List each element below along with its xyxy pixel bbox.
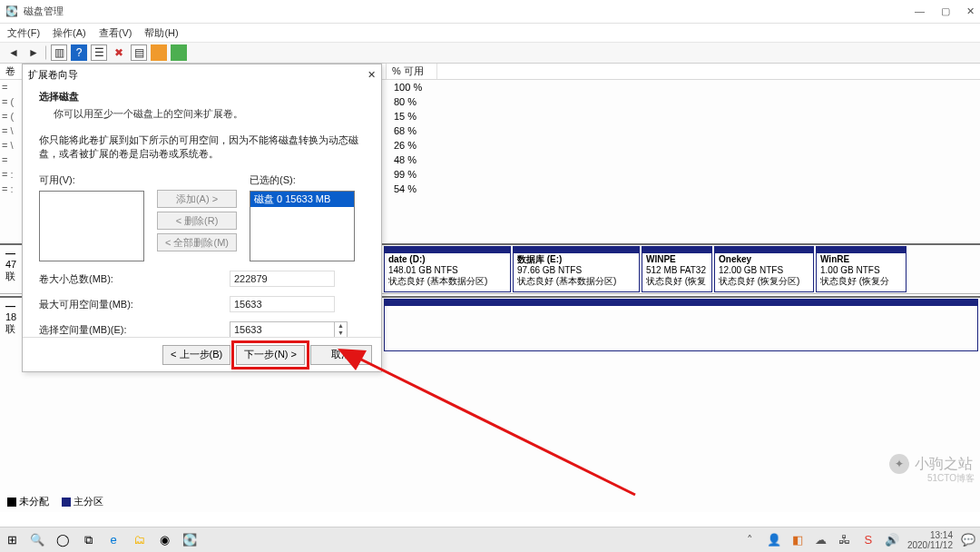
remove-all-button[interactable]: < 全部删除(M)	[157, 233, 237, 251]
pct-1: 80 %	[390, 96, 416, 107]
window-title: 磁盘管理	[24, 5, 915, 18]
dialog-title: 扩展卷向导	[28, 68, 368, 82]
dialog-close-button[interactable]: ✕	[368, 69, 376, 81]
toolbar-btn-2[interactable]: ☰	[91, 44, 107, 61]
cortana-icon[interactable]: ◯	[54, 532, 71, 548]
toolbar-btn-5[interactable]	[171, 44, 187, 61]
tray-network-icon[interactable]: 🖧	[837, 532, 853, 548]
separator	[45, 45, 47, 60]
watermark-1: 51CTO博客	[927, 472, 975, 485]
remove-button[interactable]: < 删除(R)	[157, 212, 237, 230]
partition[interactable]: 数据库 (E:)97.66 GB NTFS状态良好 (基本数据分区)	[513, 246, 640, 292]
pct-0: 100 %	[390, 82, 422, 93]
disk0-partitions: date (D:)148.01 GB NTFS状态良好 (基本数据分区)数据库 …	[382, 245, 980, 293]
forward-icon[interactable]: ►	[25, 44, 42, 61]
tray-people-icon[interactable]: 👤	[766, 532, 782, 548]
tray-up-icon[interactable]: ˄	[742, 532, 759, 548]
disk-icon: 💽	[5, 5, 18, 18]
chrome-icon[interactable]: ◉	[156, 532, 172, 548]
extend-volume-wizard: 扩展卷向导 ✕ 选择磁盘 你可以用至少一个磁盘上的空间来扩展卷。 你只能将此卷扩…	[22, 64, 382, 372]
toolbar-btn-1[interactable]: ▥	[51, 44, 67, 61]
wechat-icon: ✦	[889, 454, 909, 474]
back-icon[interactable]: ◄	[5, 44, 22, 61]
legend-unalloc: 未分配	[19, 496, 49, 507]
selected-listbox[interactable]: 磁盘 0 15633 MB	[250, 191, 355, 261]
available-label: 可用(V):	[39, 173, 144, 187]
tray-volume-icon[interactable]: 🔊	[884, 532, 900, 548]
tray-red-icon[interactable]: S	[860, 532, 877, 548]
available-listbox[interactable]	[39, 191, 144, 261]
spin-down-icon[interactable]: ▼	[335, 330, 347, 337]
tray-orange-icon[interactable]: ◧	[789, 532, 806, 548]
taskview-icon[interactable]: ⧉	[80, 532, 96, 548]
total-size-label: 卷大小总数(MB):	[39, 272, 230, 286]
tray-cloud-icon[interactable]: ☁	[813, 532, 829, 548]
menu-help[interactable]: 帮助(H)	[144, 26, 178, 40]
dialog-note: 你只能将此卷扩展到如下所示的可用空间，因为不能将磁盘转换为动态磁盘，或者被扩展的…	[39, 133, 365, 161]
notifications-icon[interactable]: 💬	[960, 532, 976, 548]
dialog-subtitle: 你可以用至少一个磁盘上的空间来扩展卷。	[54, 107, 365, 121]
menu-action[interactable]: 操作(A)	[53, 26, 86, 40]
disk1-partition[interactable]	[384, 299, 978, 351]
pct-5: 48 %	[390, 154, 416, 165]
svg-line-0	[354, 356, 635, 495]
toolbar: ◄ ► ▥ ? ☰ ✖ ▤	[0, 42, 980, 64]
window-titlebar: 💽 磁盘管理 — ▢ ✕	[0, 0, 980, 24]
pct-3: 68 %	[390, 125, 416, 136]
taskbar-time: 13:14	[907, 530, 953, 540]
close-button[interactable]: ✕	[966, 5, 975, 17]
pct-4: 26 %	[390, 140, 416, 151]
toolbar-btn-3[interactable]: ✖	[111, 44, 127, 61]
menu-view[interactable]: 查看(V)	[99, 26, 132, 40]
col-pct[interactable]: % 可用	[387, 64, 437, 79]
back-button[interactable]: < 上一步(B)	[162, 345, 230, 365]
wechat-text: 小驹之站	[915, 455, 973, 474]
explorer-icon[interactable]: 🗂	[131, 532, 147, 548]
add-button[interactable]: 添加(A) >	[157, 190, 237, 208]
menu-file[interactable]: 文件(F)	[7, 26, 40, 40]
spin-up-icon[interactable]: ▲	[335, 322, 347, 330]
minimize-button[interactable]: —	[915, 5, 925, 17]
annotation-arrow	[336, 345, 644, 499]
pct-6: 99 %	[390, 169, 416, 180]
legend-primary-swatch	[62, 498, 71, 507]
select-space-input[interactable]: 15633	[230, 321, 335, 338]
taskbar-clock[interactable]: 13:14 2020/11/12	[907, 530, 953, 550]
cancel-button[interactable]: 取消	[310, 345, 372, 365]
diskmgmt-task-icon[interactable]: 💽	[181, 532, 198, 548]
select-space-label: 选择空间量(MB)(E):	[39, 323, 230, 337]
search-icon[interactable]: 🔍	[29, 532, 45, 548]
legend-primary: 主分区	[74, 496, 103, 507]
dialog-heading: 选择磁盘	[39, 90, 365, 104]
start-button[interactable]: ⊞	[4, 532, 20, 548]
legend: 未分配 主分区	[7, 495, 103, 508]
edge-icon[interactable]: e	[105, 532, 122, 548]
selected-item[interactable]: 磁盘 0 15633 MB	[250, 192, 354, 207]
pct-7: 54 %	[390, 183, 416, 194]
wechat-badge: ✦ 小驹之站	[889, 454, 973, 474]
properties-icon[interactable]: ▤	[131, 44, 147, 61]
legend-unalloc-swatch	[7, 498, 16, 507]
spinner[interactable]: ▲▼	[335, 321, 348, 338]
taskbar: ⊞ 🔍 ◯ ⧉ e 🗂 ◉ 💽 ˄ 👤 ◧ ☁ 🖧 S 🔊 13:14 2020…	[0, 527, 980, 552]
max-space-label: 最大可用空间量(MB):	[39, 298, 230, 311]
pct-2: 15 %	[390, 111, 416, 122]
partition[interactable]: date (D:)148.01 GB NTFS状态良好 (基本数据分区)	[384, 246, 511, 292]
next-button[interactable]: 下一步(N) >	[236, 345, 305, 365]
maximize-button[interactable]: ▢	[941, 5, 950, 17]
toolbar-btn-4[interactable]	[151, 44, 167, 61]
max-space-value: 15633	[230, 296, 335, 312]
menubar: 文件(F) 操作(A) 查看(V) 帮助(H)	[0, 24, 980, 42]
selected-label: 已选的(S):	[250, 173, 355, 187]
content-area: 卷 布局 类型 文件系统 状态 容量 可用空... % 可用 =100 % = …	[0, 64, 980, 512]
partition[interactable]: Onekey12.00 GB NTFS状态良好 (恢复分区)	[714, 246, 814, 292]
help-icon[interactable]: ?	[71, 44, 87, 61]
total-size-value: 222879	[230, 271, 335, 287]
partition[interactable]: WinRE1.00 GB NTFS状态良好 (恢复分	[816, 246, 906, 292]
partition[interactable]: WINPE512 MB FAT32状态良好 (恢复	[642, 246, 712, 292]
taskbar-date: 2020/11/12	[907, 540, 953, 550]
